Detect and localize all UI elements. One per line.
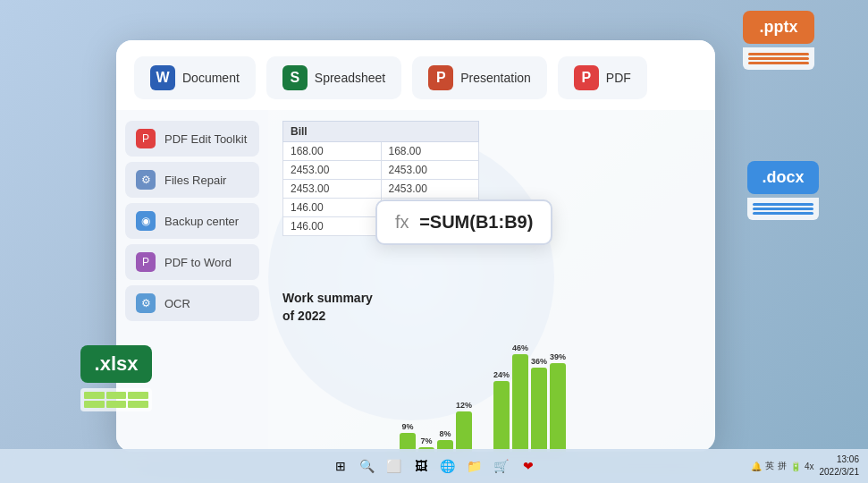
docx-line2	[753, 208, 813, 210]
taskbar-right: 🔔 英 拼 🔋 4x 13:06 2022/3/21	[751, 453, 859, 479]
bar-percentage: 12%	[456, 401, 472, 410]
docx-line3	[753, 212, 813, 215]
toolbar: W Document S Spreadsheet P Presentation …	[116, 40, 715, 110]
xlsx-cell-6	[128, 401, 148, 408]
files-repair-label: Files Repair	[164, 174, 226, 187]
formula-text: =SUM(B1:B9)	[419, 212, 533, 232]
bar-fill	[493, 381, 510, 452]
chart: Work summary of 2022 5%19%27%38%412%55%6…	[282, 343, 701, 452]
app-icon[interactable]: ❤	[518, 455, 539, 477]
spreadsheet-button[interactable]: S Spreadsheet	[266, 56, 401, 99]
document-button[interactable]: W Document	[134, 56, 256, 99]
tray-notify: 🔔	[751, 462, 762, 471]
table-header: Bill	[283, 122, 479, 142]
docx-badge: .docx	[747, 161, 819, 220]
pptx-badge: .pptx	[743, 11, 814, 70]
bar-percentage: 46%	[512, 343, 528, 352]
bar-fill	[456, 411, 472, 452]
explorer-button[interactable]: 📁	[464, 455, 485, 477]
tray-4x: 4x	[805, 462, 814, 471]
chart-title: Work summary of 2022	[282, 290, 381, 325]
table-row: 2453.002453.00	[283, 180, 479, 199]
pdf-to-word-icon: P	[136, 252, 156, 272]
ocr-icon: ⚙	[136, 293, 156, 313]
xlsx-label: .xlsx	[80, 345, 152, 383]
tray-input: 拼	[778, 460, 787, 472]
pdf-button[interactable]: P PDF	[558, 56, 647, 99]
bar-percentage: 7%	[420, 436, 432, 445]
bar-percentage: 9%	[401, 422, 413, 431]
presentation-button[interactable]: P Presentation	[412, 56, 547, 99]
card-body: P PDF Edit Toolkit ⚙ Files Repair ◉ Back…	[116, 110, 715, 452]
ppt-icon: P	[428, 65, 453, 90]
bar-percentage: 36%	[531, 357, 547, 366]
bar-percentage: 39%	[550, 352, 566, 361]
pdf-toolkit-icon: P	[136, 129, 156, 148]
clock: 13:06 2022/3/21	[820, 453, 860, 479]
pdf-label: PDF	[606, 71, 631, 85]
pptx-line3	[748, 62, 809, 64]
table-cell: 2453.00	[381, 161, 479, 180]
search-button[interactable]: 🔍	[357, 455, 378, 477]
pptx-line1	[748, 53, 809, 55]
word-icon: W	[150, 65, 175, 90]
bar-percentage: 8%	[439, 429, 451, 438]
bar-group: 39%10	[550, 352, 566, 452]
xlsx-cell-2	[106, 392, 127, 399]
bar-fill	[512, 354, 528, 452]
presentation-label: Presentation	[460, 71, 531, 85]
taskview-button[interactable]: ⬜	[383, 455, 405, 477]
taskbar-center: ⊞ 🔍 ⬜ 🖽 🌐 📁 🛒 ❤	[330, 455, 539, 477]
xlsx-cell-1	[84, 392, 105, 399]
backup-center-icon: ◉	[136, 211, 156, 231]
store-button[interactable]: 🛒	[491, 455, 512, 477]
table-cell: 2453.00	[283, 180, 382, 199]
formula-bar: fx =SUM(B1:B9)	[375, 199, 552, 245]
main-card: W Document S Spreadsheet P Presentation …	[116, 40, 715, 452]
pptx-line2	[748, 57, 809, 60]
bar-fill	[550, 363, 566, 452]
sidebar-item-pdf-toolkit[interactable]: P PDF Edit Toolkit	[125, 121, 259, 157]
xlsx-cell-3	[128, 392, 148, 399]
bar-fill	[531, 368, 547, 452]
pptx-label: .pptx	[743, 11, 814, 44]
excel-icon: S	[282, 65, 308, 90]
bar-group: 46%8	[512, 343, 528, 452]
pdf-icon: P	[574, 65, 599, 90]
bars-container: 5%19%27%38%412%55%624%746%836%939%10	[381, 343, 566, 452]
xlsx-badge: .xlsx	[80, 345, 152, 411]
xlsx-grid	[80, 388, 152, 411]
tray-lang: 英	[765, 460, 774, 472]
bar-group: 9%2	[400, 422, 416, 452]
document-label: Document	[182, 71, 240, 85]
pdf-to-word-label: PDF to Word	[164, 256, 232, 269]
sidebar-item-files-repair[interactable]: ⚙ Files Repair	[125, 162, 259, 198]
table-cell: 168.00	[381, 142, 479, 161]
spreadsheet-label: Spreadsheet	[315, 71, 385, 85]
table-cell: 146.00	[283, 199, 382, 217]
system-tray: 🔔 英 拼 🔋 4x	[751, 460, 814, 472]
table-cell: 2453.00	[381, 180, 479, 199]
table-row: 168.00168.00	[283, 142, 479, 161]
bar-group: 36%9	[531, 357, 547, 452]
sidebar-item-backup-center[interactable]: ◉ Backup center	[125, 203, 259, 239]
pdf-toolkit-label: PDF Edit Toolkit	[164, 132, 247, 146]
bar-group: 24%7	[493, 370, 510, 452]
fx-label: fx	[395, 212, 409, 232]
docx-line1	[753, 203, 813, 206]
sidebar-item-pdf-to-word[interactable]: P PDF to Word	[125, 244, 259, 280]
table-cell: 146.00	[283, 217, 382, 236]
table-cell: 168.00	[283, 142, 382, 161]
chart-container: Work summary of 2022 5%19%27%38%412%55%6…	[282, 343, 701, 452]
docx-label: .docx	[747, 161, 819, 194]
start-button[interactable]: ⊞	[330, 455, 351, 477]
table-cell: 2453.00	[283, 161, 382, 180]
edge-button[interactable]: 🌐	[437, 455, 459, 477]
backup-center-label: Backup center	[164, 215, 239, 228]
widgets-button[interactable]: 🖽	[410, 455, 432, 477]
xlsx-cell-5	[106, 401, 127, 408]
taskbar: ⊞ 🔍 ⬜ 🖽 🌐 📁 🛒 ❤ 🔔 英 拼 🔋 4x 13:06 2022/3/…	[0, 449, 868, 483]
files-repair-icon: ⚙	[136, 170, 156, 190]
sidebar-item-ocr[interactable]: ⚙ OCR	[125, 285, 259, 321]
tray-battery: 🔋	[790, 462, 801, 471]
